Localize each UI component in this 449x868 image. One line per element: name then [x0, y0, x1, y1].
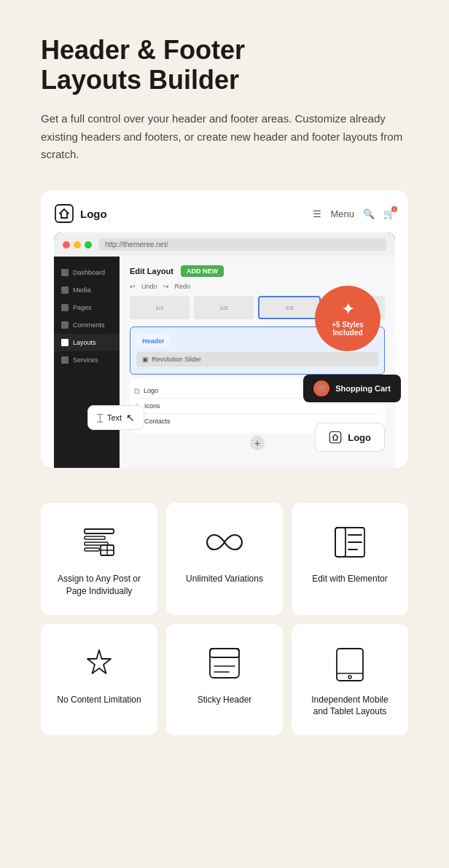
- sidebar: Dashboard Media Pages Comments: [54, 257, 120, 468]
- preview-card: Logo ☰ Menu 🔍 🛒 1 http://themeree: [41, 190, 408, 468]
- svg-rect-3: [85, 536, 105, 539]
- star-icon: [80, 644, 118, 682]
- services-icon: [61, 356, 69, 364]
- text-cursor-icon: ⌶: [97, 412, 103, 423]
- feature-label-mobile: Independent Mobile and Tablet Layouts: [303, 694, 397, 719]
- svg-rect-0: [55, 205, 73, 222]
- assign-icon: [80, 523, 118, 561]
- feature-label-elementor: Edit with Elementor: [312, 573, 387, 585]
- undo-icon: ↩: [130, 283, 136, 290]
- features-grid: Assign to Any Post or Page Individually …: [41, 503, 408, 735]
- feature-label-no-content: No Content Limitation: [57, 694, 141, 706]
- svg-rect-5: [85, 548, 99, 551]
- nav-right: ☰ Menu 🔍 🛒 1: [313, 208, 395, 219]
- svg-rect-10: [335, 528, 345, 557]
- badge-icon: ✦: [342, 300, 354, 318]
- sidebar-item-dashboard[interactable]: Dashboard: [54, 264, 120, 281]
- svg-point-19: [348, 676, 351, 679]
- cursor-pointer: ↖: [126, 412, 135, 423]
- comments-icon: [61, 321, 69, 329]
- browser-bar: http://themeree.net/: [54, 232, 395, 257]
- redo-icon: ↪: [163, 283, 169, 290]
- svg-rect-15: [210, 649, 239, 657]
- redo-label[interactable]: Redo: [175, 283, 191, 290]
- feature-card-unlimited: Unlimited Variations: [166, 503, 283, 615]
- feature-card-assign: Assign to Any Post or Page Individually: [41, 503, 157, 615]
- sidebar-item-layouts[interactable]: Layouts: [54, 334, 120, 351]
- tablet-icon: [331, 644, 369, 682]
- feature-card-mobile: Independent Mobile and Tablet Layouts: [292, 624, 408, 736]
- header-section-label: Header: [136, 335, 171, 348]
- shopping-cart-pill: 🛒 Shopping Cart: [303, 375, 401, 402]
- sticky-icon: [206, 644, 243, 682]
- text-pill: ⌶ Text ↖: [87, 405, 144, 430]
- sidebar-item-media[interactable]: Media: [54, 281, 120, 299]
- logo-pill: Logo: [315, 423, 385, 452]
- feature-label-unlimited: Unlimited Variations: [186, 573, 263, 585]
- media-icon: [61, 286, 69, 294]
- logo-pill-icon: [329, 431, 342, 444]
- browser-dots: [63, 241, 92, 249]
- page-container: Header & Footer Layouts Builder Get a fu…: [0, 0, 449, 770]
- browser-url: http://themeree.net/: [99, 238, 386, 251]
- dot-red: [63, 241, 70, 249]
- menu-icon: ☰: [313, 208, 321, 219]
- search-icon: 🔍: [363, 208, 375, 219]
- sidebar-item-comments[interactable]: Comments: [54, 316, 120, 334]
- logo-item-icon: ◻: [134, 387, 139, 394]
- revolution-slider-block: ▣ Revolution Slider: [136, 352, 378, 367]
- svg-rect-2: [85, 529, 114, 533]
- sidebar-item-pages[interactable]: Pages: [54, 299, 120, 316]
- feature-card-sticky: Sticky Header: [166, 624, 283, 736]
- sidebar-item-services[interactable]: Services: [54, 351, 120, 369]
- browser-mockup: http://themeree.net/ Dashboard Media: [54, 232, 395, 468]
- pages-icon: [61, 304, 69, 311]
- styles-badge: ✦ +5 Styles Included: [315, 286, 380, 351]
- card-logo: Logo: [54, 203, 107, 224]
- col-1-2[interactable]: 1/2: [194, 296, 254, 319]
- dot-green: [85, 241, 92, 249]
- infinity-icon: [206, 523, 243, 561]
- slider-icon: ▣: [142, 356, 149, 363]
- col-1-3[interactable]: 1/3: [258, 296, 321, 319]
- preview-header-bar: Logo ☰ Menu 🔍 🛒 1: [54, 203, 395, 224]
- add-new-button[interactable]: ADD NEW: [181, 265, 224, 277]
- elementor-icon: [331, 523, 369, 561]
- layouts-icon: [61, 339, 69, 346]
- cart-badge: 🛒 1: [383, 208, 395, 219]
- dashboard-icon: [61, 269, 69, 276]
- logo-icon: [54, 203, 74, 224]
- feature-card-elementor: Edit with Elementor: [292, 503, 408, 615]
- add-item-btn[interactable]: +: [250, 436, 265, 450]
- undo-label[interactable]: Undo: [141, 283, 157, 290]
- dot-yellow: [74, 241, 81, 249]
- page-subtitle: Get a full control over your header and …: [41, 110, 408, 164]
- edit-layout-title: Edit Layout: [130, 267, 173, 275]
- svg-rect-14: [210, 649, 239, 678]
- feature-label-assign: Assign to Any Post or Page Individually: [52, 573, 146, 598]
- browser-content: Dashboard Media Pages Comments: [54, 257, 395, 468]
- cart-count: 1: [391, 206, 397, 212]
- feature-label-sticky: Sticky Header: [198, 694, 252, 706]
- edit-layout-header: Edit Layout ADD NEW: [130, 265, 385, 277]
- feature-card-no-content: No Content Limitation: [41, 624, 157, 736]
- cart-icon-pill: 🛒: [313, 380, 329, 396]
- page-title: Header & Footer Layouts Builder: [41, 35, 408, 95]
- col-1-1[interactable]: 1/1: [130, 296, 190, 319]
- svg-rect-1: [330, 431, 341, 442]
